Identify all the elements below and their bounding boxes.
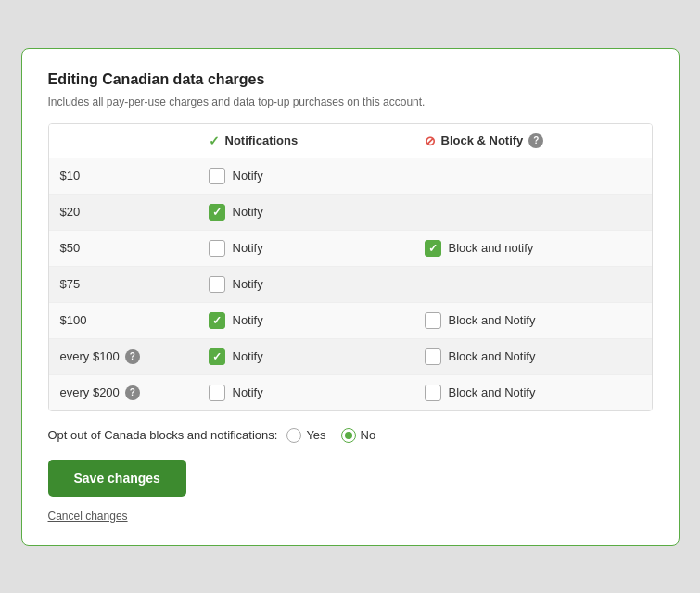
charges-table: ✓ Notifications ⊘ Block & Notify ? $10 N…	[48, 123, 653, 411]
notify-cell-every100: Notify	[209, 348, 425, 365]
block-checkbox-every200[interactable]	[425, 385, 441, 401]
notify-checkbox-every100[interactable]	[209, 348, 225, 365]
notify-cell-20: Notify	[209, 204, 425, 221]
notifications-col-header: ✓ Notifications	[209, 133, 425, 148]
block-cell-every100: Block and Notify	[425, 348, 641, 365]
notify-cell-75: Notify	[209, 276, 425, 293]
opt-out-radio-group: Yes No	[286, 428, 375, 443]
notify-cell-every200: Notify	[209, 385, 425, 401]
card-title: Editing Canadian data charges	[48, 71, 653, 88]
main-card: Editing Canadian data charges Includes a…	[21, 48, 680, 546]
row-label-20: $20	[60, 205, 209, 219]
row-label-every100: every $100 ?	[60, 349, 209, 364]
block-checkbox-every100[interactable]	[425, 348, 441, 365]
row-label-100: $100	[60, 313, 209, 327]
opt-out-label: Opt out of Canada blocks and notificatio…	[48, 428, 278, 442]
check-header-icon: ✓	[209, 133, 220, 148]
notify-label-100: Notify	[233, 313, 263, 327]
block-cell-100: Block and Notify	[425, 312, 641, 329]
notify-checkbox-75[interactable]	[209, 276, 225, 293]
notify-label-10: Notify	[233, 169, 263, 183]
opt-out-yes-option[interactable]: Yes	[286, 428, 325, 443]
opt-out-no-radio[interactable]	[341, 428, 356, 443]
opt-out-yes-label: Yes	[306, 428, 325, 442]
notify-cell-50: Notify	[209, 240, 425, 257]
table-row: every $200 ? Notify Block and Notify	[49, 375, 652, 410]
save-button[interactable]: Save changes	[48, 460, 186, 497]
table-row: $50 Notify Block and notify	[49, 231, 652, 267]
block-notify-col-header: ⊘ Block & Notify ?	[425, 133, 641, 148]
block-label-every100: Block and Notify	[449, 349, 536, 363]
notify-label-every200: Notify	[233, 385, 263, 399]
row-label-10: $10	[60, 169, 209, 183]
table-row: every $100 ? Notify Block and Notify	[49, 339, 652, 375]
block-cell-50: Block and notify	[425, 240, 641, 257]
notify-checkbox-50[interactable]	[209, 240, 225, 257]
cancel-button[interactable]: Cancel changes	[48, 510, 128, 523]
block-label-every200: Block and Notify	[449, 385, 536, 399]
table-row: $10 Notify	[49, 158, 652, 195]
card-subtitle: Includes all pay-per-use charges and dat…	[48, 95, 653, 108]
opt-out-no-option[interactable]: No	[341, 428, 376, 443]
table-header: ✓ Notifications ⊘ Block & Notify ?	[49, 124, 652, 158]
notify-cell-10: Notify	[209, 168, 425, 184]
notify-checkbox-10[interactable]	[209, 168, 225, 184]
notify-label-20: Notify	[233, 205, 263, 219]
block-notify-header-label: Block & Notify	[441, 133, 524, 147]
opt-out-yes-radio[interactable]	[286, 428, 301, 443]
table-row: $100 Notify Block and Notify	[49, 303, 652, 339]
notifications-header-label: Notifications	[225, 133, 299, 147]
block-checkbox-100[interactable]	[425, 312, 441, 329]
block-cell-every200: Block and Notify	[425, 385, 641, 401]
notify-checkbox-every200[interactable]	[209, 385, 225, 401]
block-label-100: Block and Notify	[449, 313, 536, 327]
row-label-75: $75	[60, 277, 209, 291]
table-row: $20 Notify	[49, 195, 652, 231]
notify-cell-100: Notify	[209, 312, 425, 329]
row-label-every200: every $200 ?	[60, 385, 209, 400]
row-label-50: $50	[60, 241, 209, 255]
block-notify-help-icon[interactable]: ?	[528, 133, 543, 148]
table-row: $75 Notify	[49, 267, 652, 303]
notify-checkbox-100[interactable]	[209, 312, 225, 329]
notify-label-75: Notify	[233, 277, 263, 291]
every200-help-icon[interactable]: ?	[125, 385, 140, 400]
block-header-icon: ⊘	[425, 133, 436, 148]
notify-checkbox-20[interactable]	[209, 204, 225, 221]
opt-out-no-label: No	[361, 428, 376, 442]
notify-label-50: Notify	[233, 241, 263, 255]
every100-help-icon[interactable]: ?	[125, 349, 140, 364]
block-label-50: Block and notify	[449, 241, 534, 255]
opt-out-section: Opt out of Canada blocks and notificatio…	[48, 428, 653, 443]
notify-label-every100: Notify	[233, 349, 263, 363]
block-checkbox-50[interactable]	[425, 240, 441, 257]
